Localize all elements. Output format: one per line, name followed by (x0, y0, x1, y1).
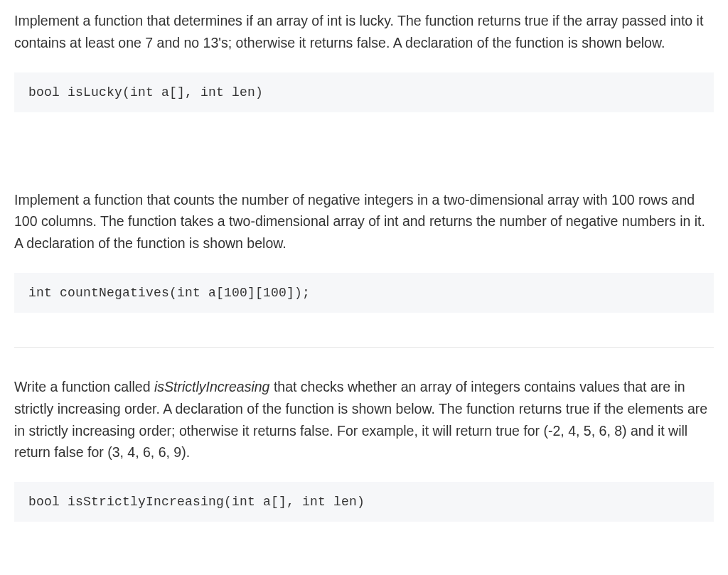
code-block: bool isLucky(int a[], int len) (14, 72, 714, 112)
problem-text: Write a function called isStrictlyIncrea… (14, 376, 714, 463)
problem-2: Implement a function that counts the num… (14, 189, 714, 313)
problem-1: Implement a function that determines if … (14, 10, 714, 112)
spacer (14, 313, 714, 347)
problem-3: Write a function called isStrictlyIncrea… (14, 376, 714, 522)
code-block: int countNegatives(int a[100][100]); (14, 273, 714, 313)
function-name-italic: isStrictlyIncreasing (154, 379, 270, 394)
divider (14, 347, 714, 348)
text-before-italic: Write a function called (14, 379, 154, 394)
problem-text: Implement a function that determines if … (14, 10, 714, 54)
code-block: bool isStrictlyIncreasing(int a[], int l… (14, 482, 714, 522)
problem-text: Implement a function that counts the num… (14, 189, 714, 254)
spacer (14, 112, 714, 189)
